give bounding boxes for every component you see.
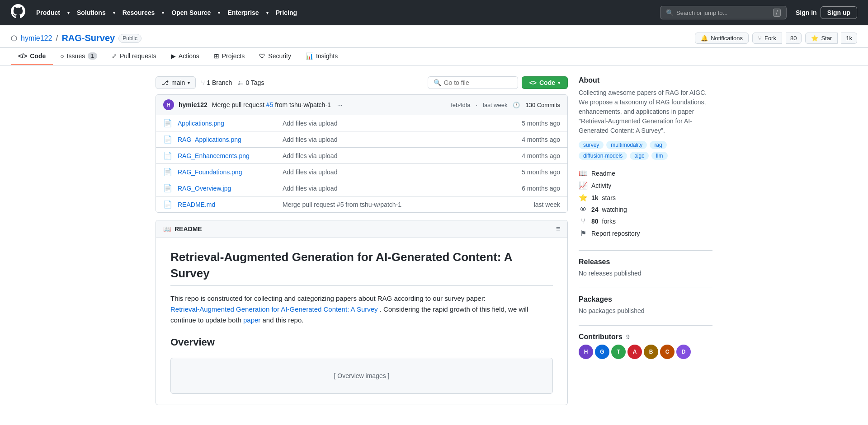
file-name-link[interactable]: RAG_Overview.jpg bbox=[178, 185, 277, 192]
contributors-section: Contributors 9 H G T A B C D bbox=[579, 333, 712, 359]
topic-tag-aigc[interactable]: aigc bbox=[630, 152, 649, 160]
repo-name-link[interactable]: RAG-Survey bbox=[61, 33, 115, 43]
branch-name-label: main bbox=[171, 79, 185, 86]
tab-code[interactable]: </> Code bbox=[11, 48, 53, 65]
topic-tag-rag[interactable]: rag bbox=[650, 141, 666, 149]
topic-tag-diffusion-models[interactable]: diffusion-models bbox=[579, 152, 627, 160]
go-to-file-input[interactable] bbox=[444, 79, 512, 86]
repo-owner-link[interactable]: hymie122 bbox=[21, 34, 52, 42]
tab-issues[interactable]: ○ Issues 1 bbox=[53, 48, 104, 65]
readme-section: 📖 README ≡ Retrieval-Augmented Generatio… bbox=[156, 220, 568, 405]
contributors-count-badge: 9 bbox=[626, 333, 630, 341]
commit-author-name[interactable]: hymie122 bbox=[179, 101, 208, 108]
repo-type-icon: ⬡ bbox=[11, 34, 17, 42]
nav-open-source[interactable]: Open Source bbox=[168, 7, 214, 18]
history-icon: 🕐 bbox=[513, 102, 520, 108]
sidebar-divider-2 bbox=[579, 288, 712, 288]
tab-insights[interactable]: 📊 Insights bbox=[298, 48, 345, 65]
fork-count-badge[interactable]: 80 bbox=[786, 33, 802, 44]
code-button-label: Code bbox=[539, 79, 555, 86]
contributor-avatar-2[interactable]: G bbox=[595, 345, 609, 359]
stars-count: 1k bbox=[591, 194, 599, 201]
actions-tab-icon: ▶ bbox=[171, 52, 176, 60]
star-count-badge[interactable]: 1k bbox=[841, 33, 857, 44]
file-name-link[interactable]: RAG_Applications.png bbox=[178, 136, 277, 143]
commit-time-text: last week bbox=[483, 102, 507, 108]
forks-sidebar-link[interactable]: ⑂ 80 forks bbox=[579, 215, 712, 227]
contributor-avatar-4[interactable]: A bbox=[627, 345, 642, 359]
tab-pull-requests[interactable]: ⤢ Pull requests bbox=[104, 48, 164, 65]
file-name-link[interactable]: RAG_Foundations.png bbox=[178, 168, 277, 176]
file-table: H hymie122 Merge pull request #5 from ts… bbox=[156, 94, 568, 213]
file-name-link[interactable]: Applications.png bbox=[178, 120, 277, 127]
topic-tag-llm[interactable]: llm bbox=[651, 152, 667, 160]
search-shortcut-badge: / bbox=[773, 9, 781, 17]
commit-dots-icon: ··· bbox=[337, 101, 343, 108]
file-name-link[interactable]: RAG_Enhancements.png bbox=[178, 152, 277, 159]
table-row: 📄 RAG_Applications.png Add files via upl… bbox=[156, 131, 567, 148]
report-repository-link[interactable]: ⚑ Report repository bbox=[579, 227, 712, 239]
contributor-avatar-6[interactable]: C bbox=[660, 345, 675, 359]
repo-path-separator: / bbox=[56, 33, 58, 43]
commits-count-link[interactable]: 130 Commits bbox=[525, 102, 560, 108]
commit-author-avatar[interactable]: H bbox=[163, 99, 174, 110]
nav-enterprise[interactable]: Enterprise bbox=[224, 7, 262, 18]
branch-count-link[interactable]: ⑂ 1 Branch bbox=[201, 79, 232, 86]
go-to-file-container[interactable]: 🔍 bbox=[428, 76, 518, 89]
table-row: 📄 RAG_Enhancements.png Add files via upl… bbox=[156, 148, 567, 164]
star-button[interactable]: ⭐ Star bbox=[805, 33, 838, 44]
tab-issues-label: Issues bbox=[67, 52, 85, 60]
tags-count-link[interactable]: 🏷 0 Tags bbox=[237, 79, 264, 86]
github-logo-icon[interactable] bbox=[11, 4, 25, 22]
file-time: 5 months ago bbox=[522, 120, 560, 127]
contributor-avatar-1[interactable]: H bbox=[579, 345, 593, 359]
readme-overview-heading: Overview bbox=[170, 336, 553, 352]
tab-actions[interactable]: ▶ Actions bbox=[164, 48, 207, 65]
tab-projects[interactable]: ⊞ Projects bbox=[207, 48, 252, 65]
readme-toc-icon[interactable]: ≡ bbox=[556, 225, 560, 233]
readme-sidebar-link[interactable]: 📖 Readme bbox=[579, 167, 712, 179]
contributors-title: Contributors 9 bbox=[579, 333, 712, 341]
nav-resources[interactable]: Resources bbox=[119, 7, 159, 18]
table-row: 📄 RAG_Foundations.png Add files via uplo… bbox=[156, 164, 567, 180]
activity-sidebar-link[interactable]: 📈 Activity bbox=[579, 179, 712, 191]
file-time: 5 months ago bbox=[522, 168, 560, 176]
file-commit-message: Add files via upload bbox=[283, 185, 516, 192]
branch-selector-button[interactable]: ⎇ main ▾ bbox=[156, 76, 196, 89]
nav-product[interactable]: Product bbox=[33, 7, 64, 18]
readme-paragraph: This repo is constructed for collecting … bbox=[170, 293, 553, 326]
contributor-avatar-3[interactable]: T bbox=[611, 345, 626, 359]
readme-book-icon: 📖 bbox=[163, 225, 171, 233]
topic-tag-survey[interactable]: survey bbox=[579, 141, 604, 149]
contributor-avatar-5[interactable]: B bbox=[644, 345, 658, 359]
tab-security[interactable]: 🛡 Security bbox=[252, 48, 298, 65]
tags-icon: 🏷 bbox=[237, 79, 244, 86]
readme-survey-link[interactable]: Retrieval-Augmented Generation for AI-Ge… bbox=[170, 305, 378, 313]
watching-sidebar-link[interactable]: 👁 24 watching bbox=[579, 204, 712, 215]
readme-sidebar-icon: 📖 bbox=[579, 169, 588, 177]
sign-up-button[interactable]: Sign up bbox=[821, 6, 857, 19]
activity-icon: 📈 bbox=[579, 181, 588, 190]
fork-button[interactable]: ⑂ Fork bbox=[752, 33, 782, 44]
star-label: Star bbox=[821, 35, 832, 42]
nav-solutions[interactable]: Solutions bbox=[73, 7, 109, 18]
topic-tag-multimodality[interactable]: multimodality bbox=[606, 141, 647, 149]
commit-pr-link[interactable]: #5 bbox=[266, 101, 274, 108]
tab-insights-label: Insights bbox=[316, 52, 338, 60]
sign-in-link[interactable]: Sign in bbox=[796, 9, 817, 16]
contributor-avatar-7[interactable]: D bbox=[676, 345, 691, 359]
search-placeholder-text: Search or jump to... bbox=[676, 9, 773, 16]
search-box[interactable]: 🔍 Search or jump to... / bbox=[660, 6, 787, 19]
file-icon: 📄 bbox=[163, 184, 172, 192]
branch-count-text: 1 Branch bbox=[207, 79, 232, 86]
notifications-label: Notifications bbox=[711, 35, 743, 42]
readme-paper-link[interactable]: paper bbox=[243, 316, 260, 324]
file-name-link[interactable]: README.md bbox=[178, 201, 277, 208]
notifications-button[interactable]: 🔔 Notifications bbox=[695, 33, 749, 44]
nav-pricing[interactable]: Pricing bbox=[272, 7, 301, 18]
readme-header: 📖 README ≡ bbox=[156, 220, 567, 238]
search-icon: 🔍 bbox=[666, 9, 674, 16]
code-dropdown-button[interactable]: <> Code ▾ bbox=[522, 76, 568, 89]
stars-sidebar-link[interactable]: ⭐ 1k stars bbox=[579, 191, 712, 204]
branch-chevron-icon: ▾ bbox=[188, 80, 190, 85]
